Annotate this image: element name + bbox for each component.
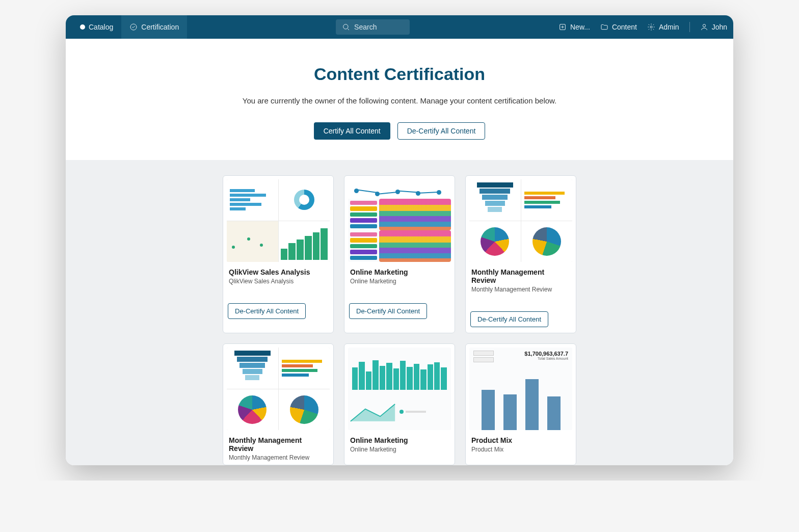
- card-thumbnail: [348, 179, 451, 262]
- metric-value: $1,700,963,637.7: [524, 351, 568, 357]
- nav-divider: [689, 22, 690, 32]
- page-subtitle: You are currently the owner of the follo…: [76, 96, 723, 105]
- svg-point-4: [703, 24, 705, 27]
- card-title: Monthly Management Review: [469, 268, 572, 284]
- card-title: QlikView Sales Analysis: [227, 268, 330, 276]
- plus-square-icon: [558, 23, 567, 31]
- card-title: Online Marketing: [348, 436, 451, 444]
- card-title: Monthly Management Review: [227, 436, 330, 453]
- content-card[interactable]: Monthly Management Review Monthly Manage…: [465, 175, 576, 333]
- card-thumbnail: [348, 348, 451, 430]
- content-card[interactable]: Online Marketing Online Marketing: [344, 343, 455, 465]
- folder-icon: [600, 23, 608, 31]
- admin-button[interactable]: Admin: [647, 23, 679, 31]
- card-thumbnail: [227, 348, 330, 430]
- metric-label: Total Sales Amount: [524, 357, 568, 360]
- gear-icon: [647, 23, 655, 31]
- content-button[interactable]: Content: [600, 23, 637, 31]
- card-decertify-button[interactable]: De-Certify All Content: [228, 303, 306, 319]
- nav-certification-label: Certification: [141, 23, 179, 31]
- check-circle-icon: [129, 23, 138, 31]
- card-decertify-button[interactable]: De-Certify All Content: [349, 303, 427, 319]
- user-menu[interactable]: John: [700, 23, 727, 31]
- card-subtitle: Monthly Management Review: [227, 454, 330, 461]
- new-button[interactable]: New...: [558, 23, 590, 31]
- nav-catalog-label: Catalog: [89, 23, 113, 31]
- header-section: Content Certification You are currently …: [66, 39, 733, 160]
- content-card[interactable]: Monthly Management Review Monthly Manage…: [223, 343, 334, 465]
- nav-catalog[interactable]: Catalog: [72, 15, 121, 39]
- nav-certification[interactable]: Certification: [121, 15, 187, 39]
- user-icon: [700, 23, 708, 31]
- cards-area: QlikView Sales Analysis QlikView Sales A…: [66, 160, 733, 465]
- app-window: Catalog Certification Search New... Cont…: [66, 15, 733, 465]
- user-label: John: [712, 23, 727, 31]
- new-label: New...: [570, 23, 590, 31]
- card-title: Online Marketing: [348, 268, 451, 276]
- content-card[interactable]: $1,700,963,637.7 Total Sales Amount Prod…: [465, 343, 576, 465]
- card-subtitle: Monthly Management Review: [469, 286, 572, 293]
- card-subtitle: Online Marketing: [348, 446, 451, 453]
- dot-icon: [80, 24, 85, 30]
- card-subtitle: Online Marketing: [348, 278, 451, 285]
- decertify-all-button[interactable]: De-Certify All Content: [397, 122, 486, 140]
- card-decertify-button[interactable]: De-Certify All Content: [470, 311, 548, 327]
- content-label: Content: [612, 23, 637, 31]
- admin-label: Admin: [659, 23, 679, 31]
- search-icon: [342, 23, 350, 31]
- card-subtitle: Product Mix: [469, 446, 572, 453]
- content-card[interactable]: Online Marketing Online Marketing De-Cer…: [344, 175, 455, 333]
- svg-point-1: [343, 24, 348, 29]
- card-thumbnail: [469, 179, 572, 262]
- card-title: Product Mix: [469, 436, 572, 444]
- content-card[interactable]: QlikView Sales Analysis QlikView Sales A…: [223, 175, 334, 333]
- svg-point-3: [650, 26, 652, 28]
- certify-all-button[interactable]: Certify All Content: [314, 122, 390, 140]
- top-nav: Catalog Certification Search New... Cont…: [66, 15, 733, 39]
- search-input[interactable]: Search: [336, 19, 410, 35]
- card-subtitle: QlikView Sales Analysis: [227, 278, 330, 285]
- search-placeholder: Search: [354, 23, 377, 31]
- page-title: Content Certification: [76, 64, 723, 84]
- card-thumbnail: [227, 179, 330, 262]
- card-thumbnail: $1,700,963,637.7 Total Sales Amount: [469, 348, 572, 430]
